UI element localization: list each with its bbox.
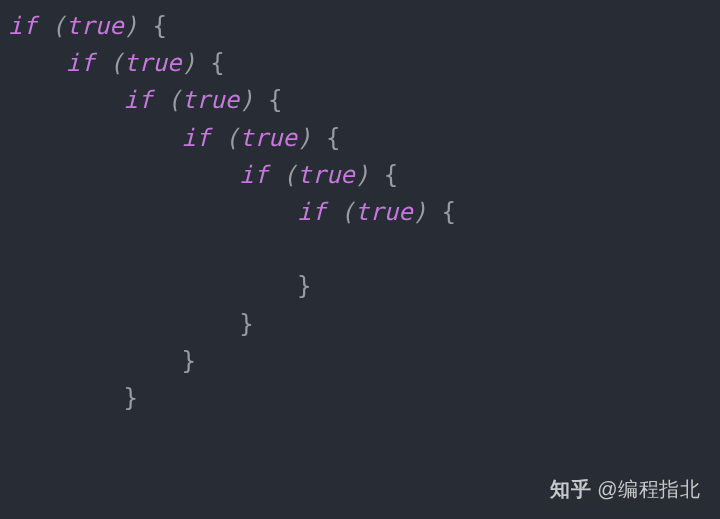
brace-close: }: [124, 384, 138, 412]
watermark-author: 编程指北: [618, 478, 700, 500]
brace-close: }: [181, 347, 195, 375]
literal-true: true: [124, 49, 182, 77]
brace-open: {: [442, 198, 456, 226]
paren-close: ): [124, 12, 138, 40]
keyword-if: if: [239, 161, 268, 189]
paren-close: ): [181, 49, 195, 77]
paren-close: ): [297, 124, 311, 152]
code-line-3: if (true) {: [8, 120, 720, 157]
keyword-if: if: [66, 49, 95, 77]
paren-open: (: [340, 198, 354, 226]
literal-true: true: [297, 161, 355, 189]
code-line-8: }: [8, 306, 720, 343]
paren-open: (: [225, 124, 239, 152]
paren-open: (: [167, 86, 181, 114]
literal-true: true: [181, 86, 239, 114]
code-line-6: [8, 231, 720, 268]
paren-open: (: [51, 12, 65, 40]
code-block: if (true) { if (true) { if (true) { if (…: [8, 8, 720, 417]
watermark-at: @: [597, 478, 618, 500]
literal-true: true: [66, 12, 124, 40]
brace-open: {: [326, 124, 340, 152]
brace-open: {: [153, 12, 167, 40]
paren-open: (: [283, 161, 297, 189]
code-line-4: if (true) {: [8, 157, 720, 194]
code-line-10: }: [8, 380, 720, 417]
brace-open: {: [210, 49, 224, 77]
keyword-if: if: [181, 124, 210, 152]
code-line-2: if (true) {: [8, 82, 720, 119]
code-line-5: if (true) {: [8, 194, 720, 231]
paren-close: ): [413, 198, 427, 226]
brace-open: {: [384, 161, 398, 189]
brace-close: }: [297, 272, 311, 300]
paren-open: (: [109, 49, 123, 77]
watermark: 知乎@编程指北: [550, 474, 700, 505]
brace-close: }: [239, 310, 253, 338]
paren-close: ): [355, 161, 369, 189]
brace-open: {: [268, 86, 282, 114]
code-line-9: }: [8, 343, 720, 380]
code-line-0: if (true) {: [8, 8, 720, 45]
code-line-7: }: [8, 268, 720, 305]
code-line-1: if (true) {: [8, 45, 720, 82]
literal-true: true: [355, 198, 413, 226]
literal-true: true: [239, 124, 297, 152]
keyword-if: if: [297, 198, 326, 226]
watermark-logo: 知乎: [550, 478, 591, 500]
paren-close: ): [239, 86, 253, 114]
keyword-if: if: [124, 86, 153, 114]
keyword-if: if: [8, 12, 37, 40]
